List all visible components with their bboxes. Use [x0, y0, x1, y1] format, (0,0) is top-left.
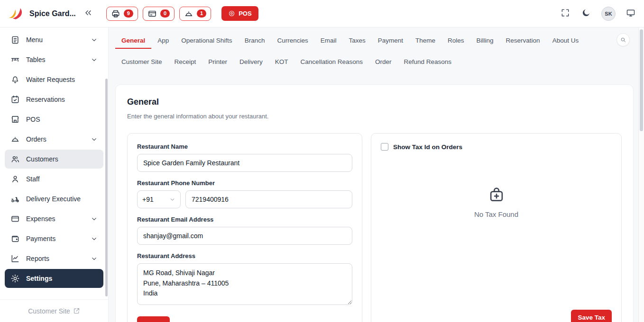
app-logo-icon [8, 7, 25, 21]
page-scrollbar [638, 27, 644, 322]
sidebar-collapse-button[interactable] [82, 6, 95, 21]
tab-roles[interactable]: Roles [442, 33, 470, 49]
tab-general[interactable]: General [115, 33, 151, 49]
sidebar-item-label: Staff [26, 175, 40, 183]
restaurant-name-input[interactable] [137, 154, 352, 172]
general-settings-panel: General Enter the general information ab… [115, 84, 634, 322]
external-link-icon [73, 307, 80, 314]
dark-mode-button[interactable] [580, 7, 592, 20]
header-actions: SK [560, 7, 636, 21]
tab-printer[interactable]: Printer [202, 54, 233, 70]
badge-count: 0 [160, 9, 170, 18]
sidebar-item-label: Menu [26, 36, 43, 44]
restaurant-email-label: Restaurant Email Address [137, 216, 352, 223]
pos-button[interactable]: POS [221, 6, 258, 21]
tab-branch[interactable]: Branch [239, 33, 271, 49]
badge-count: 1 [197, 9, 206, 18]
tab-refund-reasons[interactable]: Refund Reasons [397, 54, 458, 70]
user-avatar[interactable]: SK [601, 7, 616, 21]
tab-order[interactable]: Order [369, 54, 398, 70]
tab-customer-site[interactable]: Customer Site [115, 54, 168, 70]
sidebar-item-menu[interactable]: Menu [5, 30, 103, 49]
restaurant-phone-input[interactable] [185, 190, 352, 208]
printer-icon [111, 9, 120, 18]
show-tax-id-checkbox[interactable] [381, 143, 388, 151]
cloche-icon [184, 9, 193, 18]
page-scrollbar-thumb[interactable] [640, 29, 643, 131]
tab-email[interactable]: Email [314, 33, 343, 49]
sidebar-item-label: Customers [26, 155, 58, 163]
phone-country-value: +91 [142, 196, 154, 203]
sidebar-item-reservations[interactable]: Reservations [5, 90, 103, 109]
sidebar-item-settings[interactable]: Settings [5, 269, 103, 288]
sidebar-item-delivery-executive[interactable]: Delivery Executive [5, 189, 103, 208]
chevron-down-icon [169, 197, 175, 203]
tax-empty-state: No Tax Found [381, 186, 612, 218]
sidebar-item-label: Expenses [26, 215, 55, 223]
chevron-down-icon [91, 255, 98, 262]
users-icon [10, 154, 20, 164]
chevron-down-icon [91, 136, 98, 143]
sidebar-item-label: Waiter Requests [26, 76, 75, 83]
tab-billing[interactable]: Billing [470, 33, 500, 49]
sidebar-item-waiter-requests[interactable]: Waiter Requests [5, 70, 103, 89]
save-tax-button[interactable]: Save Tax [571, 310, 612, 322]
chevron-down-icon [91, 36, 98, 44]
sidebar-item-staff[interactable]: Staff [5, 170, 103, 188]
header-badge-cloche[interactable]: 1 [179, 7, 211, 21]
tab-theme[interactable]: Theme [409, 33, 442, 49]
chevron-down-icon [91, 56, 98, 63]
bell-icon [10, 75, 20, 84]
search-icon [620, 36, 626, 43]
tabs-search-button[interactable] [616, 33, 630, 46]
phone-country-select[interactable]: +91 [137, 190, 181, 208]
sidebar-scrollbar-thumb[interactable] [105, 79, 108, 296]
tab-payment[interactable]: Payment [372, 33, 409, 49]
tab-taxes[interactable]: Taxes [342, 33, 371, 49]
tab-about-us[interactable]: About Us [546, 33, 585, 49]
tax-card: Show Tax Id on Orders No Tax Found Save … [371, 133, 622, 322]
pos-button-label: POS [239, 10, 251, 17]
chart-icon [10, 254, 20, 263]
header-badge-card-machine[interactable]: 0 [143, 7, 175, 21]
sidebar-item-label: Reports [26, 255, 49, 262]
main-content: GeneralAppOperational ShiftsBranchCurren… [108, 27, 638, 322]
tab-delivery[interactable]: Delivery [233, 54, 269, 70]
user-icon [10, 174, 20, 184]
show-tax-id-label: Show Tax Id on Orders [393, 143, 462, 151]
sidebar-item-tables[interactable]: Tables [5, 50, 103, 69]
tab-operational-shifts[interactable]: Operational Shifts [175, 33, 238, 49]
restaurant-address-input[interactable]: MG Road, Shivaji Nagar Pune, Maharashtra… [137, 263, 352, 305]
sidebar-item-label: Payments [26, 235, 55, 242]
pos-circle-icon [228, 10, 235, 17]
sidebar-item-payments[interactable]: Payments [5, 229, 103, 248]
tab-cancellation-reasons[interactable]: Cancellation Reasons [294, 54, 369, 70]
top-header: Spice Gard... 901 POS SK [0, 0, 644, 27]
display-button[interactable] [625, 7, 636, 20]
restaurant-address-label: Restaurant Address [137, 252, 352, 259]
tab-app[interactable]: App [151, 33, 175, 49]
customer-site-label: Customer Site [28, 307, 70, 315]
sidebar-item-label: Reservations [26, 96, 65, 103]
collapse-icon [83, 8, 93, 18]
customer-site-link[interactable]: Customer Site [0, 299, 108, 322]
restaurant-name-label: Restaurant Name [137, 143, 352, 150]
app-title: Spice Gard... [29, 9, 76, 18]
tab-currencies[interactable]: Currencies [271, 33, 314, 49]
tab-reservation[interactable]: Reservation [500, 33, 546, 49]
restaurant-email-input[interactable] [137, 227, 352, 245]
sidebar-item-reports[interactable]: Reports [5, 249, 103, 268]
sidebar-item-pos[interactable]: POS [5, 110, 103, 129]
sidebar-item-customers[interactable]: Customers [5, 150, 103, 169]
header-badge-printer[interactable]: 9 [106, 7, 138, 21]
sidebar-item-label: Delivery Executive [26, 195, 81, 203]
tax-empty-text: No Tax Found [474, 210, 518, 218]
sidebar-item-orders[interactable]: Orders [5, 130, 103, 149]
save-button[interactable]: Save [137, 316, 170, 322]
tab-receipt[interactable]: Receipt [168, 54, 202, 70]
tab-kot[interactable]: KOT [269, 54, 294, 70]
sidebar-item-label: POS [26, 116, 40, 123]
page-subtitle: Enter the general information about your… [127, 113, 622, 120]
sidebar-item-expenses[interactable]: Expenses [5, 209, 103, 228]
fullscreen-button[interactable] [560, 7, 571, 20]
